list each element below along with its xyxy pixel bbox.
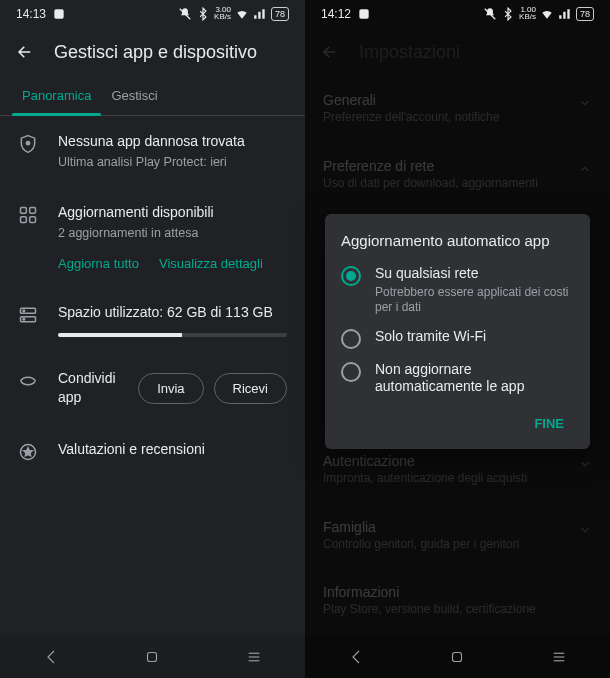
storage-label: Spazio utilizzato: 62 GB di 113 GB [58, 303, 287, 323]
auto-update-dialog: Aggiornamento automatico app Su qualsias… [325, 214, 590, 449]
storage-section[interactable]: Spazio utilizzato: 62 GB di 113 GB [0, 287, 305, 353]
setting-general[interactable]: Generali Preferenze dell'account, notifi… [305, 76, 610, 142]
nav-recents-icon[interactable] [244, 648, 264, 666]
protect-sub: Ultima analisi Play Protect: ieri [58, 154, 287, 172]
broadcast-icon [357, 7, 371, 21]
svg-point-10 [23, 319, 25, 321]
statusbar-left: 14:13 3.00 KB/s 78 [0, 0, 305, 28]
dialog-title: Aggiornamento automatico app [341, 232, 574, 249]
phone-left: 14:13 3.00 KB/s 78 Gestisci app e dispos… [0, 0, 305, 678]
view-details-link[interactable]: Visualizza dettagli [159, 256, 263, 271]
svg-point-2 [26, 142, 29, 145]
net-unit: KB/s [214, 14, 231, 21]
updates-title: Aggiornamenti disponibili [58, 203, 287, 223]
navbar-right [305, 636, 610, 678]
share-section: Condividi app Invia Ricevi [0, 353, 305, 424]
wifi-icon [540, 7, 554, 21]
protect-section[interactable]: Nessuna app dannosa trovata Ultima anali… [0, 116, 305, 187]
battery-icon: 78 [271, 7, 289, 21]
svg-rect-3 [21, 208, 27, 214]
nav-recents-icon[interactable] [549, 648, 569, 666]
chevron-down-icon [578, 96, 592, 110]
storage-bar [58, 333, 287, 337]
star-icon [18, 442, 38, 462]
receive-button[interactable]: Ricevi [214, 373, 287, 404]
svg-rect-18 [453, 653, 462, 662]
back-icon[interactable] [321, 43, 339, 61]
bluetooth-icon [501, 7, 515, 21]
send-button[interactable]: Invia [138, 373, 203, 404]
radio-icon [341, 266, 361, 286]
option-wifi-only[interactable]: Solo tramite Wi-Fi [341, 328, 574, 349]
statusbar-right: 14:12 1.00 KB/s 78 [305, 0, 610, 28]
radio-icon [341, 362, 361, 382]
share-icon [18, 371, 38, 391]
chevron-down-icon [578, 457, 592, 471]
battery-icon: 78 [576, 7, 594, 21]
back-icon[interactable] [16, 43, 34, 61]
option-no-update[interactable]: Non aggiornare automaticamente le app [341, 361, 574, 396]
radio-icon [341, 329, 361, 349]
reviews-section[interactable]: Valutazioni e recensioni [0, 424, 305, 478]
svg-rect-16 [359, 9, 368, 18]
protect-title: Nessuna app dannosa trovata [58, 132, 287, 152]
setting-family[interactable]: Famiglia Controllo genitori, guida per i… [305, 503, 610, 569]
apps-icon [18, 205, 38, 225]
chevron-down-icon [578, 523, 592, 537]
titlebar-right: Impostazioni [305, 28, 610, 76]
share-label: Condividi app [58, 369, 138, 408]
shield-icon [18, 134, 38, 154]
nav-home-icon[interactable] [447, 648, 467, 666]
nav-home-icon[interactable] [142, 648, 162, 666]
svg-rect-6 [30, 217, 36, 223]
page-title: Impostazioni [359, 42, 460, 63]
page-title: Gestisci app e dispositivo [54, 42, 257, 63]
reviews-label: Valutazioni e recensioni [58, 440, 287, 460]
mute-icon [483, 7, 497, 21]
nav-back-icon[interactable] [346, 648, 366, 666]
svg-point-9 [23, 310, 25, 312]
wifi-icon [235, 7, 249, 21]
nav-back-icon[interactable] [41, 648, 61, 666]
phone-right: 14:12 1.00 KB/s 78 Impostazioni Generali… [305, 0, 610, 678]
storage-icon [18, 305, 38, 325]
bluetooth-icon [196, 7, 210, 21]
tab-manage[interactable]: Gestisci [101, 76, 167, 115]
status-time: 14:13 [16, 7, 46, 21]
updates-section: Aggiornamenti disponibili 2 aggiornament… [0, 187, 305, 287]
svg-rect-4 [30, 208, 36, 214]
done-button[interactable]: FINE [524, 408, 574, 439]
option-any-network[interactable]: Su qualsiasi rete Potrebbero essere appl… [341, 265, 574, 316]
tab-overview[interactable]: Panoramica [12, 76, 101, 115]
titlebar-left: Gestisci app e dispositivo [0, 28, 305, 76]
update-all-link[interactable]: Aggiorna tutto [58, 256, 139, 271]
mute-icon [178, 7, 192, 21]
svg-rect-12 [148, 653, 157, 662]
net-unit: KB/s [519, 14, 536, 21]
svg-rect-0 [54, 9, 63, 18]
chevron-up-icon [578, 162, 592, 176]
setting-info[interactable]: Informazioni Play Store, versione build,… [305, 568, 610, 634]
signal-icon [558, 7, 572, 21]
signal-icon [253, 7, 267, 21]
svg-rect-5 [21, 217, 27, 223]
setting-network[interactable]: Preferenze di rete Uso di dati per downl… [305, 142, 610, 208]
tabs: Panoramica Gestisci [0, 76, 305, 116]
broadcast-icon [52, 7, 66, 21]
status-time: 14:12 [321, 7, 351, 21]
navbar-left [0, 636, 305, 678]
updates-sub: 2 aggiornamenti in attesa [58, 225, 287, 243]
